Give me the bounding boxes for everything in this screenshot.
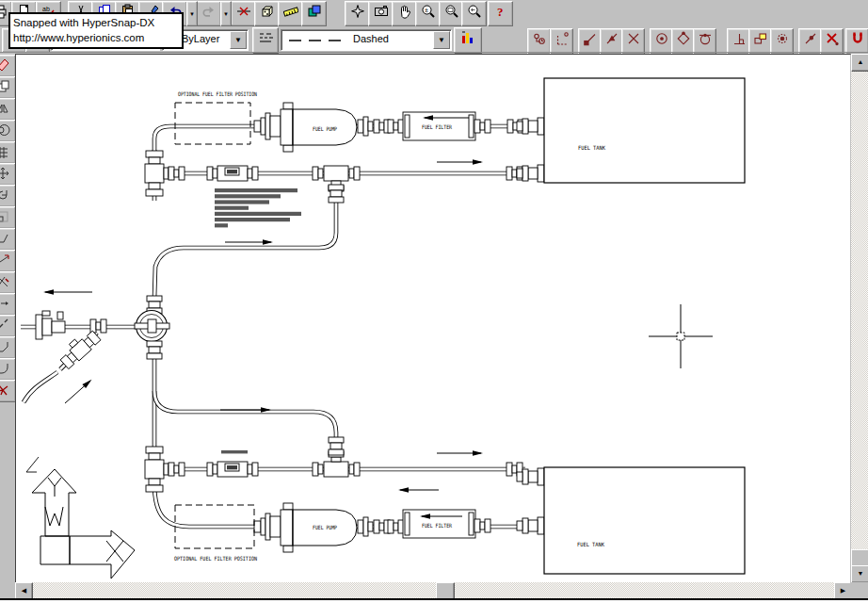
snap-from-button[interactable] <box>550 28 573 55</box>
lengthen-button[interactable] <box>0 250 15 272</box>
hypersnap-watermark: Snapped with HyperSnap-DX http://www.hyp… <box>8 12 184 49</box>
named-views-button[interactable] <box>368 1 394 26</box>
copy-object-button[interactable] <box>0 76 15 99</box>
snap-nearest-button[interactable] <box>798 28 822 55</box>
zoom-button[interactable]: ± <box>415 1 441 26</box>
redraw-button[interactable] <box>301 1 327 26</box>
named-views-icon <box>374 4 389 19</box>
move-icon <box>0 166 10 181</box>
illegible-note-row <box>215 188 297 192</box>
snap-node-button[interactable] <box>770 28 794 55</box>
snap-quadrant-button[interactable] <box>671 28 695 55</box>
snap-endpoint-icon <box>583 31 598 46</box>
zoom-window-button[interactable] <box>439 1 464 26</box>
snap-none-icon <box>825 31 840 46</box>
illegible-note-row <box>215 218 290 221</box>
snap-endpoint-button[interactable] <box>578 28 602 55</box>
trim-button[interactable] <box>0 271 15 294</box>
pan-icon <box>397 4 412 19</box>
move-button[interactable] <box>0 163 15 186</box>
explode-button[interactable] <box>0 380 15 402</box>
ucs-axis-letter <box>106 541 123 562</box>
object-snap-icon <box>236 4 251 19</box>
redo-button[interactable] <box>196 1 221 26</box>
drawing-label: FUEL TANK <box>577 541 604 547</box>
svg-text:±: ± <box>425 7 428 13</box>
vertical-scrollbar[interactable] <box>851 54 868 582</box>
redraw-icon <box>307 4 322 19</box>
help-button[interactable]: ? <box>488 1 513 26</box>
snap-midpoint-button[interactable] <box>600 28 623 55</box>
drawing-label: FUEL TANK <box>578 144 605 151</box>
fuel-tank-outline <box>544 467 745 574</box>
color-combo-value: ByLayer <box>182 33 219 44</box>
watermark-line1: Snapped with HyperSnap-DX <box>13 15 179 30</box>
zoom-window-icon <box>444 4 459 19</box>
chevron-down-icon[interactable]: ▼ <box>230 31 247 49</box>
scroll-down-button[interactable]: ▼ <box>851 565 868 583</box>
drawing-canvas[interactable]: OPTIONAL FUEL FILTER POSITIONFUEL PUMPFU… <box>15 54 850 582</box>
illegible-note-row <box>215 200 269 204</box>
tracking-button[interactable] <box>527 28 551 55</box>
drawing-label: FUEL FILTER <box>422 522 452 529</box>
explode-icon <box>0 383 10 398</box>
illegible-small-label <box>227 466 237 469</box>
erase-button[interactable] <box>0 55 15 77</box>
mirror-button[interactable] <box>0 98 15 121</box>
osnap-settings-icon <box>850 31 865 46</box>
help-icon: ? <box>493 4 508 19</box>
object-snap-button[interactable] <box>231 1 256 26</box>
cad-application-window: { "watermark": { "line1": "Snapped with … <box>0 0 868 603</box>
crosshair-cursor <box>649 304 713 368</box>
chevron-down-icon[interactable]: ▼ <box>433 31 450 49</box>
illegible-small-label <box>221 450 248 453</box>
toolbar-separator <box>0 52 868 53</box>
scale-button[interactable] <box>0 206 15 229</box>
array-button[interactable] <box>0 141 15 164</box>
zoom-previous-button[interactable] <box>461 1 487 26</box>
ucs-icon <box>32 469 76 536</box>
tracking-icon <box>532 31 547 46</box>
scale-icon <box>0 209 10 224</box>
linetype-sample <box>287 30 346 50</box>
fillet-button[interactable] <box>0 358 15 381</box>
offset-button[interactable] <box>0 120 15 142</box>
snap-none-button[interactable] <box>820 28 844 55</box>
horizontal-scrollbar[interactable] <box>15 582 850 598</box>
plot-icon <box>0 4 8 19</box>
illegible-note-row <box>215 212 301 216</box>
ucs-button[interactable] <box>254 1 280 26</box>
scroll-up-button[interactable]: ▲ <box>851 54 868 72</box>
rotate-button[interactable] <box>0 185 15 207</box>
ucs-icon <box>40 536 70 564</box>
snap-tangent-button[interactable] <box>693 28 716 55</box>
stretch-button[interactable] <box>0 228 15 251</box>
drawing-label: FUEL PUMP <box>313 524 337 530</box>
distance-button[interactable] <box>278 1 303 26</box>
rotate-icon <box>0 187 10 203</box>
snap-nearest-icon <box>803 31 818 46</box>
watermark-line2: http://www.hyperionics.com <box>13 30 179 45</box>
redo-menu-button[interactable]: ▼ <box>220 1 232 26</box>
scrollbar-corner <box>850 582 868 598</box>
snap-perpendicular-button[interactable] <box>727 28 750 55</box>
chamfer-button[interactable] <box>0 336 15 359</box>
extend-button[interactable] <box>0 293 15 316</box>
snap-insertion-button[interactable] <box>748 28 772 55</box>
aerial-view-button[interactable] <box>345 1 370 26</box>
properties-button[interactable] <box>454 27 482 54</box>
extend-icon <box>0 296 10 311</box>
snap-intersection-button[interactable] <box>621 28 645 55</box>
linetype-combo-value: Dashed <box>353 33 389 44</box>
properties-icon <box>460 30 475 45</box>
copy-object-icon <box>0 79 10 94</box>
osnap-settings-button[interactable] <box>845 28 868 55</box>
undo-menu-button[interactable]: ▼ <box>186 1 198 26</box>
snap-intersection-icon <box>626 31 641 46</box>
linetype-button[interactable] <box>252 27 279 54</box>
break-button[interactable] <box>0 315 15 337</box>
linetype-combo[interactable]: Dashed ▼ <box>281 29 452 51</box>
pan-button[interactable] <box>392 1 417 26</box>
drawing-label: FUEL PUMP <box>313 125 337 132</box>
snap-center-button[interactable] <box>650 28 673 55</box>
